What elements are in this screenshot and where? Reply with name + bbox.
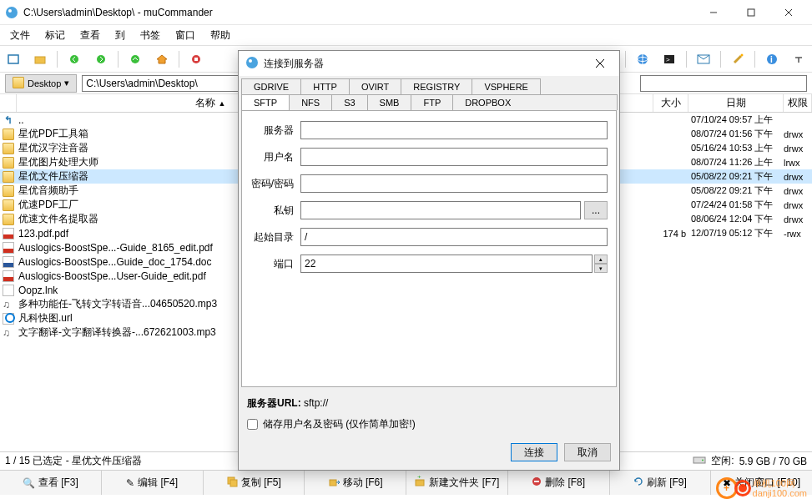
- path-input-right[interactable]: [640, 75, 807, 92]
- server-input[interactable]: [300, 121, 608, 139]
- svg-point-0: [6, 7, 18, 18]
- menu-file[interactable]: 文件: [3, 26, 37, 45]
- tab-gdrive[interactable]: GDRIVE: [241, 78, 301, 94]
- properties-icon[interactable]: [728, 49, 748, 69]
- fn-copy[interactable]: 复制 [F5]: [204, 471, 305, 495]
- dialog-logo-icon: [245, 56, 259, 72]
- parent-icon[interactable]: [125, 49, 145, 69]
- fn-edit[interactable]: ✎编辑 [F4]: [102, 471, 204, 495]
- server-url-row: 服务器URL: sftp://: [239, 390, 619, 414]
- terminal-icon[interactable]: >: [659, 49, 679, 69]
- watermark: + 单机100网danji100.com: [716, 477, 807, 499]
- toolbar-separator: [179, 51, 179, 68]
- pass-input[interactable]: [300, 174, 608, 193]
- tab-smb[interactable]: SMB: [367, 94, 412, 110]
- connect-button[interactable]: 连接: [511, 443, 557, 461]
- fn-refresh[interactable]: 刷新 [F9]: [610, 471, 712, 495]
- tab-ftp[interactable]: FTP: [411, 94, 453, 110]
- fn-delete[interactable]: 删除 [F8]: [508, 471, 610, 495]
- col-size[interactable]: 大小: [653, 94, 688, 112]
- connect-server-icon[interactable]: [633, 49, 653, 69]
- file-icon: [0, 242, 17, 254]
- save-credentials-checkbox[interactable]: [247, 419, 258, 430]
- tab-ovirt[interactable]: OVIRT: [349, 78, 401, 94]
- file-icon: [0, 129, 17, 140]
- stop-icon[interactable]: [186, 49, 206, 69]
- menu-help[interactable]: 帮助: [204, 26, 237, 45]
- file-perm: drwx: [784, 186, 812, 196]
- file-icon: [0, 299, 17, 310]
- new-window-icon[interactable]: [3, 49, 23, 69]
- fn-move[interactable]: 移动 [F6]: [305, 471, 406, 495]
- menu-window[interactable]: 窗口: [169, 26, 202, 45]
- initdir-input[interactable]: [300, 228, 608, 246]
- file-perm: drwx: [784, 200, 812, 210]
- toolbar-separator: [754, 51, 755, 68]
- svg-point-38: [249, 59, 252, 63]
- col-perm[interactable]: 权限: [784, 94, 812, 112]
- dialog-close-button[interactable]: [588, 51, 613, 76]
- forward-icon[interactable]: [91, 49, 111, 69]
- port-input[interactable]: [300, 255, 593, 273]
- svg-rect-3: [748, 9, 754, 16]
- file-icon: [0, 327, 17, 339]
- file-date: 05/16/24 10:53 上午: [688, 142, 784, 154]
- titlebar: C:\Users\admin\Desktop\ - muCommander: [0, 0, 812, 25]
- svg-rect-31: [230, 480, 237, 486]
- mkdir-icon: +: [414, 476, 426, 490]
- fn-view[interactable]: 🔍查看 [F3]: [0, 471, 102, 495]
- file-icon: [0, 185, 17, 197]
- menu-view[interactable]: 查看: [73, 26, 107, 45]
- tab-registry[interactable]: REGISTRY: [401, 78, 472, 94]
- folder-up-icon[interactable]: [30, 49, 50, 69]
- file-icon: [0, 313, 17, 325]
- tab-s3[interactable]: S3: [331, 94, 367, 110]
- dialog-titlebar: 连接到服务器: [239, 51, 619, 76]
- port-spin-down[interactable]: ▾: [594, 264, 608, 273]
- menu-bookmarks[interactable]: 书签: [134, 26, 167, 45]
- tab-sftp[interactable]: SFTP: [241, 94, 290, 110]
- svg-point-1: [8, 9, 12, 13]
- help-icon[interactable]: i: [762, 49, 782, 69]
- minimize-button[interactable]: [694, 0, 732, 25]
- tab-http[interactable]: HTTP: [300, 78, 350, 94]
- file-perm: drwx: [784, 214, 812, 224]
- file-date: 07/24/24 01:58 下午: [688, 199, 784, 211]
- file-perm: lrwx: [784, 158, 812, 168]
- browse-key-button[interactable]: ...: [584, 201, 608, 219]
- toolbar-separator: [720, 51, 721, 68]
- col-date[interactable]: 日期: [688, 94, 784, 112]
- user-input[interactable]: [300, 148, 608, 166]
- file-size: 174 b: [653, 229, 688, 239]
- file-icon: ↰: [0, 114, 17, 126]
- drive-button-left[interactable]: Desktop ▾: [5, 74, 77, 93]
- menu-mark[interactable]: 标记: [38, 26, 72, 45]
- overflow-icon[interactable]: [789, 49, 809, 69]
- tab-nfs[interactable]: NFS: [289, 94, 332, 110]
- tab-vsphere[interactable]: VSPHERE: [472, 78, 541, 94]
- file-perm: -rwx: [784, 229, 812, 239]
- toolbar-separator: [118, 51, 119, 68]
- key-input[interactable]: [300, 201, 581, 219]
- home-icon[interactable]: [152, 49, 172, 69]
- maximize-button[interactable]: [732, 0, 769, 25]
- port-spin-up[interactable]: ▴: [594, 255, 608, 264]
- back-icon[interactable]: [64, 49, 84, 69]
- menubar: 文件 标记 查看 到 书签 窗口 帮助: [0, 25, 812, 46]
- server-label: 服务器: [250, 123, 300, 138]
- fn-mkdir[interactable]: +新建文件夹 [F7]: [406, 471, 508, 495]
- email-icon[interactable]: [693, 49, 714, 69]
- tab-dropbox[interactable]: DROPBOX: [452, 94, 618, 110]
- svg-rect-6: [8, 55, 18, 63]
- refresh-icon: [633, 476, 643, 489]
- menu-go[interactable]: 到: [108, 26, 132, 45]
- col-icon[interactable]: [0, 94, 17, 112]
- close-window-button[interactable]: [769, 0, 807, 25]
- server-url-value: sftp://: [304, 397, 328, 409]
- edit-icon: ✎: [126, 477, 134, 489]
- window-title: C:\Users\admin\Desktop\ - muCommander: [23, 7, 694, 18]
- file-icon: [0, 228, 17, 239]
- svg-point-37: [246, 57, 258, 68]
- cancel-button[interactable]: 取消: [564, 443, 611, 461]
- user-label: 用户名: [250, 150, 300, 164]
